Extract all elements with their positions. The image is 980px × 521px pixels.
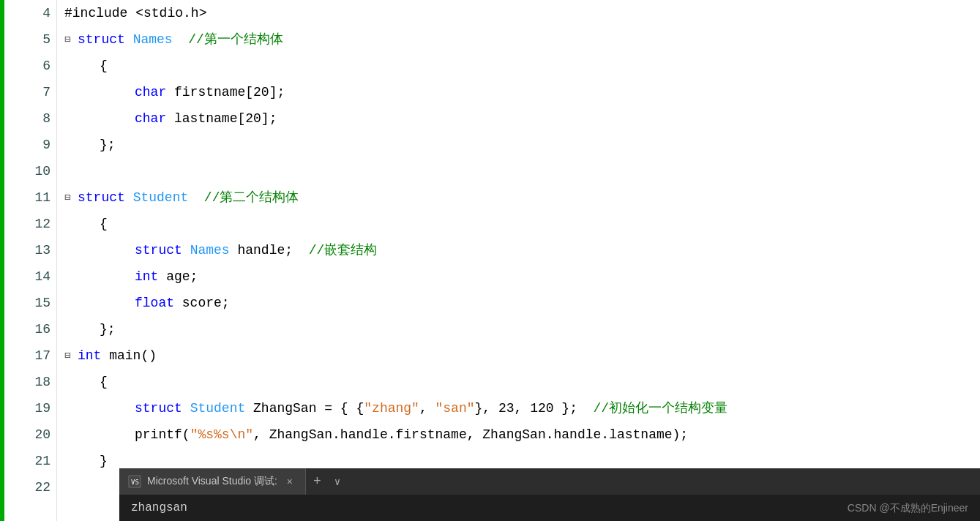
vs-output-bar: zhangsan CSDN @不成熟的Enjineer	[119, 495, 980, 521]
code-line-20: printf(″%s%s\n″, ZhangSan.handle.firstna…	[64, 421, 980, 448]
code-line-5: ⊟struct Names //第一个结构体	[64, 26, 980, 53]
code-line-17: ⊟int main()	[64, 342, 980, 369]
vs-tab-bar: VS Microsoft Visual Studio 调试: × + ∨	[119, 468, 980, 495]
code-line-11: ⊟struct Student //第二个结构体	[64, 184, 980, 211]
code-line-7: char firstname[20];	[64, 79, 980, 105]
vs-tab-main[interactable]: VS Microsoft Visual Studio 调试: ×	[119, 468, 306, 495]
vs-tab-icon: VS	[128, 475, 141, 488]
vs-tab-title: Microsoft Visual Studio 调试:	[147, 475, 277, 488]
code-line-8: char lastname[20];	[64, 105, 980, 132]
code-line-10	[64, 158, 980, 184]
taskbar-area: VS Microsoft Visual Studio 调试: × + ∨ zha…	[0, 468, 980, 521]
code-line-18: {	[64, 369, 980, 395]
code-line-6: {	[64, 53, 980, 79]
tab-chevron-button[interactable]: ∨	[329, 476, 346, 488]
code-line-16: };	[64, 316, 980, 342]
code-content: #include <stdio.h> ⊟struct Names //第一个结构…	[57, 0, 980, 521]
watermark-label: CSDN @不成熟的Enjineer	[848, 502, 968, 515]
code-line-19: struct Student ZhangSan = { {″zhang″, ″s…	[64, 395, 980, 421]
code-area: 4 5 6 7 8 9 10 11 12 13 14 15 16 17 18 1…	[0, 0, 980, 521]
tab-plus-button[interactable]: +	[306, 474, 329, 489]
line-numbers: 4 5 6 7 8 9 10 11 12 13 14 15 16 17 18 1…	[4, 0, 57, 521]
code-line-14: int age;	[64, 263, 980, 290]
code-line-15: float score;	[64, 290, 980, 316]
code-line-4: #include <stdio.h>	[64, 0, 980, 26]
code-line-13: struct Names handle; //嵌套结构	[64, 237, 980, 263]
code-line-12: {	[64, 211, 980, 237]
code-line-9: };	[64, 132, 980, 158]
editor-container: 4 5 6 7 8 9 10 11 12 13 14 15 16 17 18 1…	[0, 0, 980, 521]
output-text: zhangsan	[131, 501, 187, 514]
svg-text:VS: VS	[131, 479, 139, 486]
vs-tab-close-button[interactable]: ×	[283, 475, 296, 488]
